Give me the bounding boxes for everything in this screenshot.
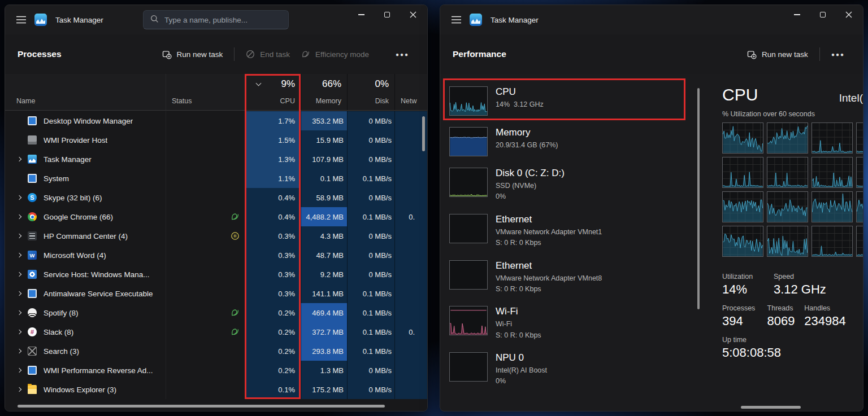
table-row[interactable]: Google Chrome (66)0.4%4,488.2 MB0.1 MB/s… xyxy=(5,207,427,226)
network-value xyxy=(394,284,427,303)
disk-column-label: Disk xyxy=(375,97,389,105)
close-button[interactable] xyxy=(400,5,426,24)
network-value xyxy=(394,246,427,265)
memory-value: 4.3 MB xyxy=(301,226,347,246)
column-header-status[interactable]: Status xyxy=(166,74,245,110)
maximize-button[interactable] xyxy=(810,5,836,24)
perf-item-wi-fi[interactable]: Wi-FiWi-FiS: 0 R: 0 Kbps xyxy=(449,300,696,347)
stat-speed: Speed3.12 GHz xyxy=(774,273,863,297)
search-input[interactable] xyxy=(164,16,281,24)
table-row[interactable]: Spotify (8)0.2%469.4 MB0.1 MB/s xyxy=(5,303,427,322)
maximize-button[interactable] xyxy=(374,5,400,24)
detail-vertical-scrollbar[interactable] xyxy=(697,88,700,309)
status-cell xyxy=(166,361,245,380)
perf-item-subtitle: Wi-Fi xyxy=(496,319,541,330)
expand-chevron-icon[interactable] xyxy=(17,330,21,334)
perf-item-ethernet[interactable]: EthernetVMware Network Adapter VMnet8S: … xyxy=(449,255,696,301)
end-task-button[interactable]: End task xyxy=(240,46,296,63)
run-new-task-button[interactable]: Run new task xyxy=(741,46,814,63)
minimize-button[interactable] xyxy=(348,5,374,24)
core-utilization-graph xyxy=(856,226,863,257)
core-utilization-graph xyxy=(856,157,863,188)
column-header-disk[interactable]: 0% Disk xyxy=(347,74,394,110)
table-row[interactable]: WMI Provider Host1.5%15.9 MB0 MB/s xyxy=(5,130,427,150)
table-header-row: Name Status 9% CPU 66% Memory 0% Disk xyxy=(5,74,427,111)
expand-chevron-icon[interactable] xyxy=(17,368,21,373)
perf-thumbnail-graph xyxy=(449,86,488,116)
perf-thumbnail-graph xyxy=(449,306,488,335)
perf-item-title: CPU xyxy=(496,86,544,98)
disk-value: 0 MB/s xyxy=(347,111,394,130)
perf-item-npu-0[interactable]: NPU 0Intel(R) AI Boost0% xyxy=(449,347,696,393)
cpu-value: 0.3% xyxy=(245,226,301,246)
table-row[interactable]: Skype (32 bit) (6)0.4%58.9 MB0 MB/s xyxy=(5,188,427,207)
network-value xyxy=(394,303,427,322)
expand-chevron-icon[interactable] xyxy=(17,349,21,353)
expand-chevron-icon[interactable] xyxy=(17,387,21,392)
process-name: Microsoft Word (4) xyxy=(44,251,106,260)
expand-chevron-icon[interactable] xyxy=(17,272,21,277)
run-new-task-button[interactable]: Run new task xyxy=(157,46,229,63)
cpu-value: 1.7% xyxy=(245,111,301,130)
run-new-task-label: Run new task xyxy=(762,50,808,59)
name-cell: Slack (8) xyxy=(5,322,166,341)
table-row[interactable]: Desktop Window Manager1.7%353.2 MB0 MB/s xyxy=(5,111,427,130)
perf-item-title: Wi-Fi xyxy=(496,306,541,317)
status-cell xyxy=(166,188,245,207)
expand-chevron-icon[interactable] xyxy=(17,214,21,219)
network-value xyxy=(394,226,427,246)
table-row[interactable]: Task Manager1.3%107.9 MB0 MB/s xyxy=(5,150,427,169)
more-options-button[interactable]: ●●● xyxy=(390,47,415,62)
minimize-button[interactable] xyxy=(784,5,810,24)
name-cell: HP Command Center (4) xyxy=(5,226,166,246)
close-button[interactable] xyxy=(836,5,862,24)
perf-item-disk-0-c-z-d-[interactable]: Disk 0 (C: Z: D:)SSD (NVMe)0% xyxy=(449,162,696,208)
efficiency-mode-button[interactable]: Efficiency mode xyxy=(296,46,375,63)
expand-chevron-icon[interactable] xyxy=(17,291,21,296)
expand-chevron-icon[interactable] xyxy=(17,157,21,161)
perf-item-subtitle: 0% xyxy=(496,376,547,387)
perf-thumbnail-graph xyxy=(449,168,488,197)
expand-chevron-icon[interactable] xyxy=(17,195,21,200)
column-header-cpu[interactable]: 9% CPU xyxy=(245,74,301,110)
table-row[interactable]: System1.1%0.1 MB0.1 MB/s xyxy=(5,169,427,188)
search-box[interactable] xyxy=(143,10,289,29)
memory-value: 4,488.2 MB xyxy=(301,207,347,226)
perf-item-cpu[interactable]: CPU14% 3.12 GHz xyxy=(449,81,696,121)
table-row[interactable]: Microsoft Word (4)0.3%48.7 MB0 MB/s xyxy=(5,246,427,265)
table-row[interactable]: Search (3)0.2%293.8 MB0.1 MB/s xyxy=(5,341,427,361)
table-row[interactable]: HP Command Center (4)0.3%4.3 MB0 MB/s xyxy=(5,226,427,246)
network-value xyxy=(394,265,427,284)
column-header-memory[interactable]: 66% Memory xyxy=(301,74,347,110)
expand-chevron-icon[interactable] xyxy=(17,310,21,315)
menu-hamburger-icon[interactable] xyxy=(16,16,26,24)
more-options-button[interactable]: ●●● xyxy=(826,47,850,62)
vertical-scrollbar[interactable] xyxy=(422,116,425,151)
perf-item-subtitle: 14% 3.12 GHz xyxy=(496,99,544,110)
memory-value: 141.1 MB xyxy=(301,284,347,303)
perf-item-memory[interactable]: Memory20.9/31.4 GB (67%) xyxy=(449,121,696,162)
table-row[interactable]: Windows Explorer (3)0.1%175.2 MB0 MB/s xyxy=(5,380,427,399)
expand-chevron-icon[interactable] xyxy=(17,253,21,257)
horizontal-scrollbar[interactable] xyxy=(18,405,385,408)
column-header-network[interactable]: Netw xyxy=(394,74,427,110)
memory-value: 293.8 MB xyxy=(301,341,347,361)
perf-item-ethernet[interactable]: EthernetVMware Network Adapter VMnet1S: … xyxy=(449,208,696,255)
memory-value: 353.2 MB xyxy=(301,111,347,130)
stat-value: 394 xyxy=(722,314,767,329)
table-row[interactable]: Antimalware Service Executable0.3%141.1 … xyxy=(5,284,427,303)
table-row[interactable]: Slack (8)0.2%372.7 MB0.1 MB/s0. xyxy=(5,322,427,341)
detail-horizontal-scrollbar[interactable] xyxy=(741,406,801,409)
stat-up-time: Up time5:08:08:58 xyxy=(722,336,863,360)
window-controls xyxy=(784,5,862,24)
cpu-value: 0.4% xyxy=(245,207,301,226)
detail-title: CPU xyxy=(722,85,758,104)
expand-chevron-icon[interactable] xyxy=(17,234,21,238)
perf-item-subtitle: Intel(R) AI Boost xyxy=(496,365,547,376)
table-row[interactable]: WMI Performance Reverse Ad...0.2%1.3 MB0… xyxy=(5,361,427,380)
cpu-total-value: 9% xyxy=(281,78,295,90)
table-row[interactable]: Service Host: Windows Mana...0.3%9.2 MB0… xyxy=(5,265,427,284)
menu-hamburger-icon[interactable] xyxy=(452,16,461,24)
column-header-name[interactable]: Name xyxy=(5,74,166,110)
disk-value: 0 MB/s xyxy=(347,361,394,380)
